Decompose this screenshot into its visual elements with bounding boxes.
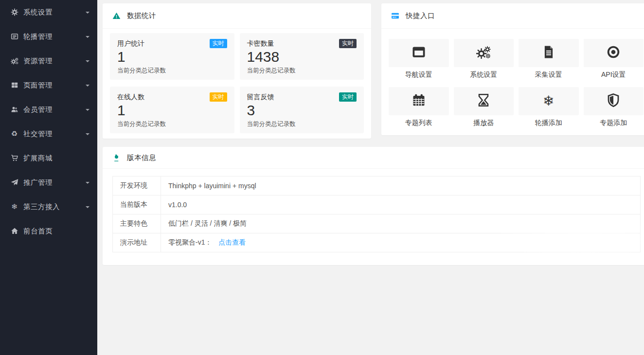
users-icon [10,105,19,114]
quick-entry-label: 播放器 [454,119,514,127]
quick-panel-header: 快捷入口 [381,3,644,29]
stat-card: 留言反馈 实时 3 当前分类总记录数 [240,87,364,133]
snowflake-icon: ❄ [543,94,554,108]
version-row-label: 主要特色 [113,214,161,233]
version-table-row: 主要特色 低门栏 / 灵活 / 清爽 / 极简 [113,214,641,233]
version-panel-title: 版本信息 [127,153,156,162]
fisheye-icon [606,45,621,61]
home-icon [10,227,19,235]
sidebar-item-label: 前台首页 [23,227,86,236]
quick-entry-label: 系统设置 [454,71,514,79]
list-alt-icon [10,32,19,41]
quick-entry-snowflake[interactable]: ❄ 轮播添加 [519,87,579,127]
warning-triangle-icon [112,12,121,20]
quick-entry-cogs[interactable]: 系统设置 [454,39,514,79]
sidebar-item-label: 会员管理 [23,105,86,114]
quick-entry-fisheye[interactable]: API设置 [584,39,644,79]
stat-card-caption: 当前分类总记录数 [247,67,357,75]
version-table-row: 演示地址 零视聚合-v1： 点击查看 [113,233,641,252]
chevron-down-icon [86,206,89,210]
chevron-down-icon [86,60,89,64]
realtime-badge: 实时 [210,92,227,102]
sidebar-item-users[interactable]: 会员管理 [0,97,97,122]
sidebar-item-gear[interactable]: 系统设置 [0,0,97,24]
stat-card-title: 用户统计 [117,39,144,48]
sidebar-item-label: 扩展商城 [23,154,86,163]
stat-card: 用户统计 实时 1 当前分类总记录数 [110,33,234,80]
version-table-row: 当前版本 v1.0.0 [113,195,641,214]
cart-icon [10,154,19,162]
version-row-value: 低门栏 / 灵活 / 清爽 / 极简 [168,219,247,227]
version-table: 开发环境 Thinkphp + layuimini + mysql 当前版本 v… [112,176,641,252]
quick-entry-label: 专题添加 [584,119,644,127]
cogs-icon [476,45,491,61]
sidebar-menu: 系统设置 轮播管理 资源管理 页面管理 会员管理 ♻ 社交管理 扩展商城 推广管… [0,0,97,243]
sidebar: 系统设置 轮播管理 资源管理 页面管理 会员管理 ♻ 社交管理 扩展商城 推广管… [0,0,97,355]
sidebar-item-home[interactable]: 前台首页 [0,219,97,243]
version-row-value: v1.0.0 [168,201,187,209]
top-row: 数据统计 用户统计 实时 1 当前分类总记录数 卡密数量 实时 1438 当前分… [103,3,644,139]
quick-entry-grid: 导航设置 系统设置 采集设置 API设置 专题列表 播放器 ❄ 轮 [381,29,644,127]
th-large-icon [10,81,19,89]
sidebar-item-label: 推广管理 [23,178,86,187]
quick-entry-hourglass[interactable]: 播放器 [454,87,514,127]
demo-link[interactable]: 点击查看 [218,238,246,246]
chevron-down-icon [86,12,89,16]
quick-entry-label: 导航设置 [389,71,449,79]
snowflake-icon: ❄ [10,202,19,211]
version-row-value: 零视聚合-v1： [168,238,212,246]
sidebar-item-recycle[interactable]: ♻ 社交管理 [0,122,97,146]
stats-panel-title: 数据统计 [127,11,156,20]
version-panel: 版本信息 开发环境 Thinkphp + layuimini + mysql 当… [103,147,644,265]
chevron-down-icon [86,182,89,186]
stat-card-value: 1438 [247,49,357,65]
sidebar-item-cart[interactable]: 扩展商城 [0,146,97,170]
chevron-down-icon [86,109,89,113]
sidebar-item-label: 页面管理 [23,81,86,90]
calendar-icon [411,93,426,109]
sidebar-item-paper-plane[interactable]: 推广管理 [0,170,97,195]
realtime-badge: 实时 [339,92,357,102]
sidebar-item-th-large[interactable]: 页面管理 [0,73,97,97]
stats-panel: 数据统计 用户统计 实时 1 当前分类总记录数 卡密数量 实时 1438 当前分… [103,3,371,139]
stat-card-caption: 当前分类总记录数 [117,67,227,75]
stat-card-caption: 当前分类总记录数 [247,120,357,128]
quick-entry-window[interactable]: 导航设置 [389,39,449,79]
version-row-label: 演示地址 [113,233,161,252]
version-table-row: 开发环境 Thinkphp + layuimini + mysql [113,177,641,195]
stat-card-value: 1 [117,49,227,65]
credit-card-icon [391,12,399,20]
gear-icon [10,8,19,17]
sidebar-item-label: 社交管理 [23,129,86,139]
sidebar-item-cogs[interactable]: 资源管理 [0,49,97,73]
file-text-icon [541,45,556,61]
paper-plane-icon [10,178,19,187]
quick-entry-label: 轮播添加 [519,119,579,127]
fire-icon [112,153,121,162]
sidebar-item-label: 第三方接入 [23,202,86,212]
quick-entry-shield[interactable]: 专题添加 [584,87,644,127]
sidebar-item-list-alt[interactable]: 轮播管理 [0,24,97,49]
quick-entry-calendar[interactable]: 专题列表 [389,87,449,127]
sidebar-item-label: 系统设置 [23,8,86,17]
quick-entry-label: 专题列表 [389,119,449,127]
chevron-down-icon [86,36,89,40]
version-row-label: 当前版本 [113,195,161,214]
stat-card-value: 3 [247,102,357,119]
main-content: 数据统计 用户统计 实时 1 当前分类总记录数 卡密数量 实时 1438 当前分… [97,0,644,265]
sidebar-item-snowflake[interactable]: ❄ 第三方接入 [0,195,97,219]
window-icon [411,45,426,61]
stat-card-title: 在线人数 [117,93,144,102]
stat-card-title: 留言反馈 [247,93,274,102]
stat-card-title: 卡密数量 [247,39,274,48]
version-row-label: 开发环境 [113,177,161,195]
stat-card-value: 1 [117,102,227,119]
quick-entry-label: API设置 [584,71,644,79]
stat-card: 在线人数 实时 1 当前分类总记录数 [110,87,234,133]
hourglass-icon [476,93,491,109]
realtime-badge: 实时 [210,39,227,48]
recycle-icon: ♻ [10,129,19,138]
quick-entry-file-text[interactable]: 采集设置 [519,39,579,79]
stat-card: 卡密数量 实时 1438 当前分类总记录数 [240,33,364,80]
chevron-down-icon [86,85,89,89]
